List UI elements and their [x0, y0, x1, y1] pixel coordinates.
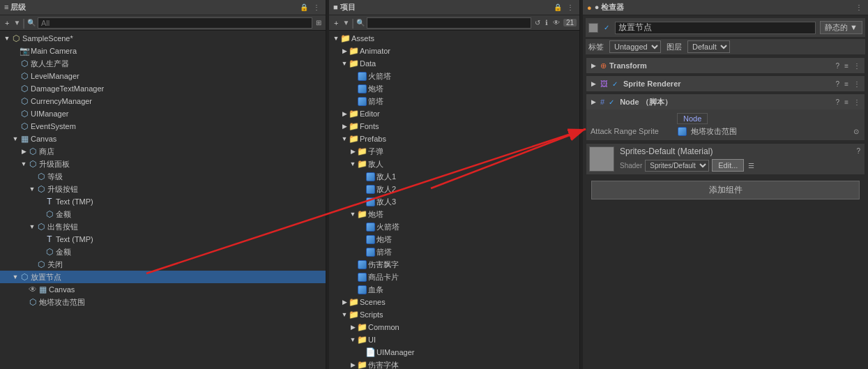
- shader-edit-btn[interactable]: Edit...: [712, 159, 744, 172]
- tree-item-canvas[interactable]: ▼ ▦ Canvas: [0, 133, 326, 145]
- tree-item-upgrade-btn[interactable]: ▼ ⬡ 升级按钮: [0, 183, 326, 195]
- tree-item-animator[interactable]: ▶ 📁 Animator: [329, 45, 579, 57]
- node-enabled-checkbox[interactable]: [607, 98, 616, 106]
- tree-item-editor[interactable]: ▶ 📁 Editor: [329, 107, 579, 120]
- material-info: Sprites-Default (Material) Shader Sprite…: [620, 146, 849, 172]
- hierarchy-search-input[interactable]: [38, 17, 312, 29]
- sprite-menu-btn[interactable]: ⋮: [852, 80, 862, 89]
- tree-item-shop[interactable]: ▶ ⬡ 商店: [0, 145, 326, 158]
- tree-item-common[interactable]: ▶ 📁 Common: [329, 321, 579, 333]
- sprite-settings-btn[interactable]: ≡: [843, 80, 850, 89]
- sprite-enabled-checkbox[interactable]: [611, 80, 619, 88]
- hierarchy-expand-btn[interactable]: ⊞: [314, 18, 323, 27]
- tree-item-enemy3[interactable]: 敌人3: [329, 195, 579, 208]
- project-visibility-btn[interactable]: 👁: [551, 18, 561, 27]
- tree-item-enemy2[interactable]: 敌人2: [329, 183, 579, 195]
- material-menu-btn[interactable]: ☰: [747, 161, 756, 170]
- tree-item-text-tmp2[interactable]: T Text (TMP): [0, 233, 326, 246]
- tree-item-rocket-tower2[interactable]: 火箭塔: [329, 220, 579, 233]
- tree-item-assets[interactable]: ▼ 📁 Assets: [329, 32, 579, 45]
- tree-item-enemy-spawner[interactable]: ⬡ 敌人生产器: [0, 57, 326, 70]
- object-active-checkbox[interactable]: [602, 24, 611, 32]
- tree-item-data[interactable]: ▼ 📁 Data: [329, 57, 579, 70]
- tree-item-samplescene[interactable]: ▼ ⬡ SampleScene*: [0, 32, 326, 45]
- tree-item-text-tmp1[interactable]: T Text (TMP): [0, 195, 326, 208]
- material-swatch: [589, 146, 614, 172]
- add-component-btn[interactable]: 添加组件: [591, 181, 860, 199]
- attack-range-icon: [677, 126, 687, 136]
- project-menu-btn[interactable]: ⋮: [565, 3, 575, 12]
- node-help-btn[interactable]: ?: [835, 98, 842, 107]
- project-refresh-btn[interactable]: ↺: [533, 18, 542, 27]
- tree-item-arrow-tower2[interactable]: 箭塔: [329, 246, 579, 258]
- project-lock-btn[interactable]: 🔒: [552, 3, 563, 12]
- node-settings-btn[interactable]: ≡: [843, 98, 850, 107]
- tree-item-close-btn[interactable]: ⬡ 关闭: [0, 258, 326, 271]
- tree-item-rocket-tower[interactable]: 火箭塔: [329, 70, 579, 82]
- label-fonts: Fonts: [360, 122, 379, 130]
- project-search-input[interactable]: [367, 17, 531, 29]
- label-bullet: 子弹: [368, 146, 383, 157]
- tree-item-cannon-range[interactable]: ⬡ 炮塔攻击范围: [0, 296, 326, 308]
- material-help-btn[interactable]: ?: [855, 146, 862, 156]
- tree-item-level[interactable]: ⬡ 等级: [0, 170, 326, 183]
- arrow-money1: [36, 210, 45, 218]
- component-transform-header[interactable]: ▶ ⊕ Transform ? ≡ ⋮: [586, 58, 865, 73]
- hierarchy-menu-btn[interactable]: ⋮: [312, 3, 321, 12]
- static-dropdown-btn[interactable]: 静态的 ▼: [820, 21, 862, 34]
- tree-item-cannon-tower[interactable]: 炮塔: [329, 82, 579, 95]
- tree-item-money1[interactable]: ⬡ 金额: [0, 208, 326, 220]
- tree-item-scenes[interactable]: ▶ 📁 Scenes: [329, 296, 579, 308]
- tree-item-arrow-tower[interactable]: 箭塔: [329, 95, 579, 107]
- tree-item-uimanager-script[interactable]: 📄 UIManager: [329, 346, 579, 359]
- inspector-object-header: 静态的 ▼: [586, 18, 865, 37]
- tree-item-enemy1[interactable]: 敌人1: [329, 170, 579, 183]
- tree-item-currencymanager[interactable]: ⬡ CurrencyManager: [0, 95, 326, 107]
- tree-item-place-node[interactable]: ▼ ⬡ 放置节点: [0, 271, 326, 283]
- transform-menu-btn[interactable]: ⋮: [852, 61, 862, 70]
- arrow-healthbar: [349, 285, 357, 294]
- component-sprite-header[interactable]: ▶ 🖼 Sprite Renderer ? ≡ ⋮: [586, 76, 865, 91]
- tree-item-scripts[interactable]: ▼ 📁 Scripts: [329, 308, 579, 321]
- tree-item-eventsystem[interactable]: ⬡ EventSystem: [0, 120, 326, 133]
- transform-settings-btn[interactable]: ≡: [843, 61, 850, 70]
- tree-item-canvas2[interactable]: 👁 ▦ Canvas: [0, 283, 326, 296]
- layer-select[interactable]: Default: [687, 40, 730, 53]
- tree-item-sell-btn[interactable]: ▼ ⬡ 出售按钮: [0, 220, 326, 233]
- project-info-btn[interactable]: ℹ: [544, 18, 549, 27]
- tree-item-upgrade-panel[interactable]: ▼ ⬡ 升级面板: [0, 158, 326, 170]
- inspector-menu-btn[interactable]: ⋮: [854, 3, 864, 12]
- attack-range-select-btn[interactable]: ⊙: [852, 127, 860, 136]
- tree-item-bullet[interactable]: ▶ 📁 子弹: [329, 145, 579, 158]
- component-node-header[interactable]: ▶ # Node （脚本） ? ≡ ⋮: [586, 94, 865, 110]
- tree-item-money2[interactable]: ⬡ 金额: [0, 246, 326, 258]
- tree-item-maincamera[interactable]: 📷 Main Camera: [0, 45, 326, 57]
- tag-select[interactable]: Untagged: [609, 40, 661, 53]
- project-add-btn[interactable]: +: [332, 18, 340, 28]
- tree-item-healthbar[interactable]: 血条: [329, 283, 579, 296]
- hierarchy-lock-btn[interactable]: 🔒: [298, 3, 310, 12]
- icon-enemy2: [365, 184, 375, 194]
- tree-item-uimanager[interactable]: ⬡ UIManager: [0, 107, 326, 120]
- sprite-help-btn[interactable]: ?: [835, 80, 842, 89]
- tree-item-ui-folder[interactable]: ▼ 📁 UI: [329, 333, 579, 346]
- object-name-input[interactable]: [615, 22, 816, 34]
- tree-item-damage-float[interactable]: 伤害飘字: [329, 258, 579, 271]
- tree-item-enemy-folder[interactable]: ▼ 📁 敌人: [329, 158, 579, 170]
- tree-item-damage-font[interactable]: ▶ 📁 伤害字体: [329, 359, 579, 369]
- tree-item-shop-card[interactable]: 商品卡片: [329, 271, 579, 283]
- transform-help-btn[interactable]: ?: [835, 61, 842, 70]
- tree-item-cannon-tower2[interactable]: 炮塔: [329, 233, 579, 246]
- icon-assets: 📁: [340, 33, 350, 43]
- shader-select[interactable]: Sprites/Default: [645, 160, 709, 172]
- icon-rocket-tower: [357, 71, 367, 81]
- arrow-level: [28, 172, 36, 181]
- node-menu-btn[interactable]: ⋮: [852, 98, 862, 107]
- hierarchy-add-btn[interactable]: +: [3, 18, 11, 28]
- tree-item-damagetextmanager[interactable]: ⬡ DamageTextManager: [0, 82, 326, 95]
- tree-item-fonts[interactable]: ▶ 📁 Fonts: [329, 120, 579, 133]
- tree-item-prefabs[interactable]: ▼ 📁 Prefabs: [329, 133, 579, 145]
- tree-item-tower-folder[interactable]: ▼ 📁 炮塔: [329, 208, 579, 220]
- tree-item-levelmanager[interactable]: ⬡ LevelManager: [0, 70, 326, 82]
- inspector-header: ● ● 检查器 ⋮: [583, 0, 868, 15]
